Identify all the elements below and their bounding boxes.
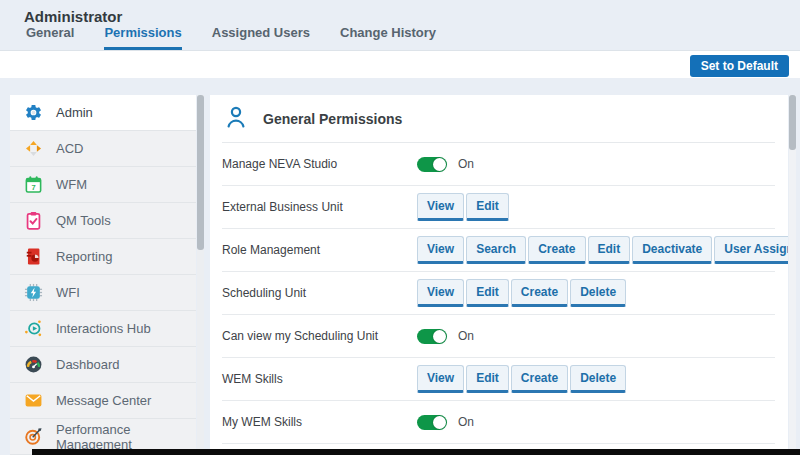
permission-row: WEM SkillsViewEditCreateDelete — [222, 358, 775, 401]
play-hub-icon — [24, 319, 43, 338]
action-toolbar: Set to Default — [0, 50, 800, 78]
sidebar-item-dashboard[interactable]: Dashboard — [10, 347, 196, 383]
permission-button-search[interactable]: Search — [466, 236, 526, 264]
sidebar-item-label: Performance Management — [56, 422, 196, 452]
permission-label: Role Management — [222, 243, 417, 257]
toggle-state-label: On — [458, 415, 474, 429]
permission-row: Scheduling UnitViewEditCreateDelete — [222, 272, 775, 315]
permission-button-user-assignment[interactable]: User Assignment — [714, 236, 788, 264]
permission-label: Can view my Scheduling Unit — [222, 329, 417, 343]
permission-button-deactivate[interactable]: Deactivate — [632, 236, 712, 264]
tab-bar: GeneralPermissionsAssigned UsersChange H… — [26, 25, 436, 50]
permission-button-group: ViewEditCreateDelete — [417, 365, 626, 393]
sidebar-item-label: Interactions Hub — [56, 321, 151, 336]
person-icon — [224, 105, 248, 133]
acd-arrows-icon — [24, 139, 43, 158]
permission-label: Scheduling Unit — [222, 286, 417, 300]
chip-bolt-icon — [24, 283, 43, 302]
sidebar-item-label: WFM — [56, 177, 87, 192]
toggle-switch-on[interactable] — [417, 157, 447, 172]
permission-button-view[interactable]: View — [417, 365, 464, 393]
sidebar-item-wfi[interactable]: WFI — [10, 275, 196, 311]
permission-button-delete[interactable]: Delete — [570, 365, 626, 393]
content-scrollbar-thumb[interactable] — [789, 95, 796, 150]
permission-button-view[interactable]: View — [417, 236, 464, 264]
permission-button-edit[interactable]: Edit — [466, 365, 509, 393]
sidebar-item-message-center[interactable]: Message Center — [10, 383, 196, 419]
permission-label: My WEM Skills — [222, 415, 417, 429]
toggle-switch-on[interactable] — [417, 329, 447, 344]
toggle-state-label: On — [458, 157, 474, 171]
section-title: General Permissions — [263, 111, 402, 127]
sidebar-item-label: Dashboard — [56, 357, 120, 372]
sidebar-item-label: Reporting — [56, 249, 112, 264]
sidebar-item-label: WFI — [56, 285, 80, 300]
sidebar-item-qm-tools[interactable]: QM Tools — [10, 203, 196, 239]
report-icon — [24, 247, 43, 266]
clipboard-check-icon — [24, 211, 43, 230]
tab-general[interactable]: General — [26, 25, 74, 50]
tab-permissions[interactable]: Permissions — [104, 25, 181, 50]
permission-button-edit[interactable]: Edit — [466, 193, 509, 221]
permission-row: Can view my Scheduling UnitOn — [222, 315, 775, 358]
tab-assigned-users[interactable]: Assigned Users — [212, 25, 310, 50]
sidebar-item-label: Admin — [56, 105, 93, 120]
permission-button-create[interactable]: Create — [511, 365, 568, 393]
permission-button-view[interactable]: View — [417, 279, 464, 307]
window-bottom-edge — [32, 449, 800, 455]
permission-button-create[interactable]: Create — [511, 279, 568, 307]
page-header: Administrator GeneralPermissionsAssigned… — [0, 0, 800, 50]
permission-row: Role ManagementViewSearchCreateEditDeact… — [222, 229, 775, 272]
permission-label: External Business Unit — [222, 200, 417, 214]
calendar-icon: 7 — [24, 175, 43, 194]
permission-button-group: ViewEditCreateDelete — [417, 279, 626, 307]
sidebar-item-label: ACD — [56, 141, 83, 156]
permission-button-edit[interactable]: Edit — [588, 236, 631, 264]
content-scrollbar[interactable] — [789, 95, 796, 455]
envelope-icon — [24, 391, 43, 410]
sidebar-item-interactions-hub[interactable]: Interactions Hub — [10, 311, 196, 347]
permission-label: Manage NEVA Studio — [222, 157, 417, 171]
module-sidebar: AdminACD7WFMQM ToolsReportingWFIInteract… — [10, 95, 196, 455]
sidebar-scrollbar[interactable] — [197, 95, 204, 455]
permission-row: External Business UnitViewEdit — [222, 186, 775, 229]
permission-button-view[interactable]: View — [417, 193, 464, 221]
permission-rows: Manage NEVA StudioOnExternal Business Un… — [210, 143, 788, 444]
sidebar-item-wfm[interactable]: 7WFM — [10, 167, 196, 203]
svg-text:7: 7 — [31, 183, 35, 192]
tab-change-history[interactable]: Change History — [340, 25, 436, 50]
target-icon — [24, 427, 43, 446]
page-title: Administrator — [24, 8, 122, 25]
sidebar-scrollbar-thumb[interactable] — [197, 95, 204, 250]
toggle-switch-on[interactable] — [417, 415, 447, 430]
gauge-icon — [24, 355, 43, 374]
permission-button-group: ViewSearchCreateEditDeactivateUser Assig… — [417, 236, 788, 264]
sidebar-item-label: Message Center — [56, 393, 151, 408]
sidebar-item-label: QM Tools — [56, 213, 111, 228]
gear-icon — [24, 103, 43, 122]
permission-button-group: ViewEdit — [417, 193, 509, 221]
permission-button-create[interactable]: Create — [528, 236, 585, 264]
permission-label: WEM Skills — [222, 372, 417, 386]
section-header: General Permissions — [222, 95, 775, 143]
sidebar-item-reporting[interactable]: Reporting — [10, 239, 196, 275]
sidebar-item-acd[interactable]: ACD — [10, 131, 196, 167]
sidebar-item-admin[interactable]: Admin — [10, 95, 196, 131]
permission-row: My WEM SkillsOn — [222, 401, 775, 444]
permissions-panel: General Permissions Manage NEVA StudioOn… — [210, 95, 788, 455]
permission-button-edit[interactable]: Edit — [466, 279, 509, 307]
set-to-default-button[interactable]: Set to Default — [690, 55, 789, 77]
permission-row: Manage NEVA StudioOn — [222, 143, 775, 186]
permission-button-delete[interactable]: Delete — [570, 279, 626, 307]
toggle-state-label: On — [458, 329, 474, 343]
